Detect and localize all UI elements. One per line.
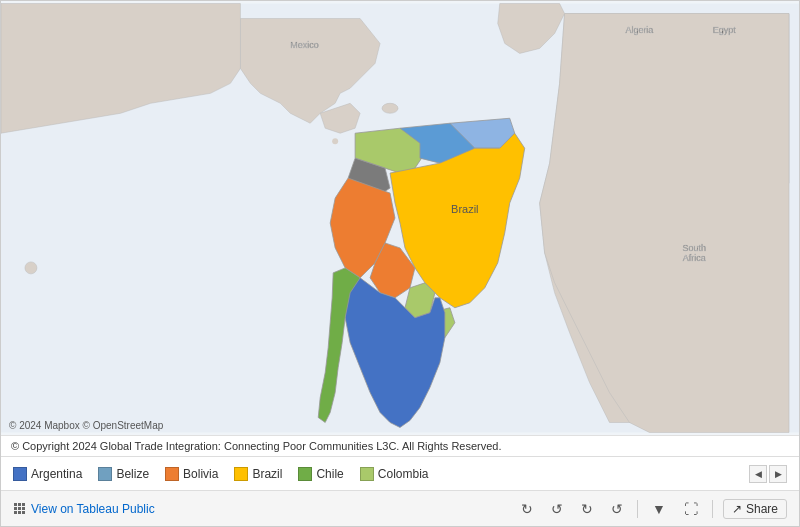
legend-scroll-right[interactable]: ▶ bbox=[769, 465, 787, 483]
svg-text:South: South bbox=[683, 243, 706, 253]
svg-rect-11 bbox=[18, 503, 21, 506]
reset-button[interactable]: ↻ bbox=[577, 499, 597, 519]
share-label: Share bbox=[746, 502, 778, 516]
svg-text:Algeria: Algeria bbox=[625, 25, 653, 35]
toolbar-bar: View on Tableau Public ↻ ↺ ↻ ↺ ▼ ⛶ ↗ Sha… bbox=[1, 490, 799, 526]
legend-item-argentina: Argentina bbox=[13, 467, 82, 481]
svg-text:Africa: Africa bbox=[683, 253, 706, 263]
refresh-button[interactable]: ↺ bbox=[607, 499, 627, 519]
legend-label-brazil: Brazil bbox=[252, 467, 282, 481]
legend-color-belize bbox=[98, 467, 112, 481]
svg-rect-16 bbox=[14, 511, 17, 514]
toolbar-right: ↻ ↺ ↻ ↺ ▼ ⛶ ↗ Share bbox=[517, 499, 787, 519]
legend-label-argentina: Argentina bbox=[31, 467, 82, 481]
legend-label-belize: Belize bbox=[116, 467, 149, 481]
app-container: South Africa Algeria Egypt Mexico bbox=[0, 0, 800, 527]
svg-rect-14 bbox=[22, 503, 25, 506]
toolbar-divider bbox=[637, 500, 638, 518]
download-button[interactable]: ▼ bbox=[648, 499, 670, 519]
legend-label-bolivia: Bolivia bbox=[183, 467, 218, 481]
toolbar-divider-2 bbox=[712, 500, 713, 518]
legend-item-belize: Belize bbox=[98, 467, 149, 481]
tableau-link-label: View on Tableau Public bbox=[31, 502, 155, 516]
undo-button[interactable]: ↻ bbox=[517, 499, 537, 519]
svg-point-9 bbox=[25, 262, 37, 274]
svg-rect-17 bbox=[18, 511, 21, 514]
map-copyright: © 2024 Mapbox © OpenStreetMap bbox=[9, 420, 163, 431]
map-svg: South Africa Algeria Egypt Mexico bbox=[1, 1, 799, 435]
legend-item-colombia: Colombia bbox=[360, 467, 429, 481]
svg-text:Brazil: Brazil bbox=[451, 203, 478, 215]
legend-item-bolivia: Bolivia bbox=[165, 467, 218, 481]
legend-label-chile: Chile bbox=[316, 467, 343, 481]
svg-point-6 bbox=[382, 103, 398, 113]
svg-rect-12 bbox=[14, 507, 17, 510]
svg-text:Egypt: Egypt bbox=[713, 25, 736, 35]
tableau-public-link[interactable]: View on Tableau Public bbox=[13, 502, 155, 516]
fullscreen-button[interactable]: ⛶ bbox=[680, 499, 702, 519]
svg-rect-15 bbox=[22, 507, 25, 510]
legend-color-chile bbox=[298, 467, 312, 481]
redo-button[interactable]: ↺ bbox=[547, 499, 567, 519]
svg-rect-18 bbox=[22, 511, 25, 514]
share-button[interactable]: ↗ Share bbox=[723, 499, 787, 519]
legend-scroll-controls: ◀ ▶ bbox=[749, 465, 787, 483]
legend-bar: Argentina Belize Bolivia Brazil Chile Co… bbox=[1, 456, 799, 490]
map-area: South Africa Algeria Egypt Mexico bbox=[1, 1, 799, 435]
legend-color-bolivia bbox=[165, 467, 179, 481]
legend-color-brazil bbox=[234, 467, 248, 481]
legend-scroll-left[interactable]: ◀ bbox=[749, 465, 767, 483]
svg-point-8 bbox=[332, 138, 338, 144]
legend-color-colombia bbox=[360, 467, 374, 481]
legend-color-argentina bbox=[13, 467, 27, 481]
legend-label-colombia: Colombia bbox=[378, 467, 429, 481]
legend-item-chile: Chile bbox=[298, 467, 343, 481]
footer-copyright: © Copyright 2024 Global Trade Integratio… bbox=[1, 435, 799, 456]
svg-text:Mexico: Mexico bbox=[290, 40, 318, 50]
legend-item-brazil: Brazil bbox=[234, 467, 282, 481]
share-icon: ↗ bbox=[732, 502, 742, 516]
svg-rect-10 bbox=[14, 503, 17, 506]
svg-rect-13 bbox=[18, 507, 21, 510]
tableau-icon bbox=[13, 502, 27, 516]
